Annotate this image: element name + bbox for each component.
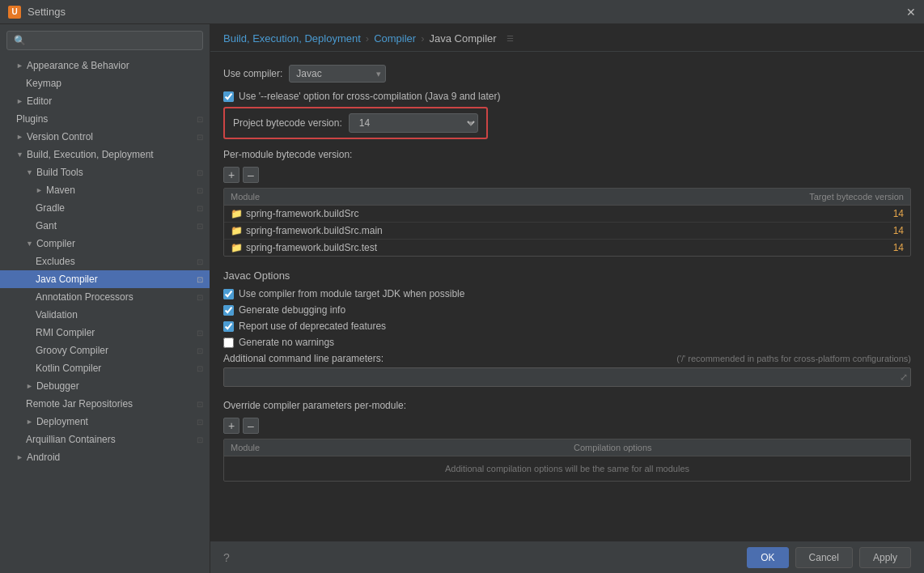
expand-icon: ► [26,382,33,390]
sidebar-item-kotlin-compiler[interactable]: Kotlin Compiler ⊡ [0,359,210,377]
sidebar-item-deployment[interactable]: ► Deployment ⊡ [0,413,210,431]
add-override-button[interactable]: + [223,418,239,434]
apply-button[interactable]: Apply [859,547,911,568]
table-row[interactable]: 📁 spring-framework.buildSrc.main 14 [224,223,910,240]
sidebar-item-validation[interactable]: Validation [0,306,210,324]
module-name: 📁 spring-framework.buildSrc.main [231,225,758,236]
bytecode-version-section: Project bytecode version: 14 11 8 [223,107,488,139]
add-module-button[interactable]: + [223,167,239,183]
additional-params-row: Additional command line parameters: ('/'… [223,353,911,364]
sidebar-item-label: RMI Compiler [36,327,95,338]
breadcrumb-sep-2: › [421,32,424,45]
sidebar-item-groovy-compiler[interactable]: Groovy Compiler ⊡ [0,342,210,359]
breadcrumb-part-2[interactable]: Compiler [374,32,416,45]
external-icon: ⊡ [197,168,203,177]
sidebar-item-android[interactable]: ► Android [0,448,210,466]
close-button[interactable]: ✕ [906,6,916,19]
folder-icon: 📁 [231,242,243,253]
sidebar-item-label: Deployment [36,416,88,427]
external-icon: ⊡ [197,222,203,231]
sidebar-item-label: Debugger [36,380,79,392]
expand-icon: ► [16,453,23,461]
javac-options-title: Javac Options [223,270,911,282]
sidebar-item-label: Excludes [36,256,75,267]
search-input[interactable] [6,31,203,50]
sidebar-item-appearance-behavior[interactable]: ► Appearance & Behavior [0,57,210,74]
override-comp-header: Compilation options [567,439,910,456]
sidebar-item-debugger[interactable]: ► Debugger [0,377,210,395]
ok-button[interactable]: OK [747,547,788,568]
release-option-label: Use '--release' option for cross-compila… [239,91,500,102]
sidebar-item-compiler[interactable]: ▼ Compiler [0,235,210,253]
action-buttons: OK Cancel Apply [747,547,911,568]
sidebar-item-gradle[interactable]: Gradle ⊡ [0,199,210,217]
javac-option-1-label: Generate debugging info [239,304,345,316]
compiler-select[interactable]: Javac [289,65,386,83]
sidebar-item-label: Version Control [27,131,93,142]
javac-option-0-label: Use compiler from module target JDK when… [239,288,464,299]
sidebar-item-label: Groovy Compiler [36,345,108,356]
additional-params-label: Additional command line parameters: [223,353,384,364]
sidebar-item-label: Keymap [26,78,61,89]
sidebar-item-label: Annotation Processors [36,291,134,303]
table-row[interactable]: 📁 spring-framework.buildSrc 14 [224,206,910,223]
sidebar-item-version-control[interactable]: ► Version Control ⊡ [0,128,210,146]
sidebar-item-label: Build, Execution, Deployment [27,149,154,160]
module-name: 📁 spring-framework.buildSrc.test [231,242,758,253]
sidebar-item-arquillian[interactable]: Arquillian Containers ⊡ [0,431,210,448]
breadcrumb-part-1[interactable]: Build, Execution, Deployment [223,32,361,45]
sidebar-item-label: Maven [46,185,75,196]
app-icon: U [8,6,21,19]
additional-params-input[interactable] [223,367,911,387]
javac-option-3-label: Generate no warnings [239,337,334,348]
module-name-text: spring-framework.buildSrc.test [246,242,377,253]
use-compiler-label: Use compiler: [223,68,282,79]
sidebar-item-java-compiler[interactable]: Java Compiler ⊡ [0,270,210,288]
module-name-text: spring-framework.buildSrc.main [246,225,383,236]
sidebar-item-remote-jar[interactable]: Remote Jar Repositories ⊡ [0,395,210,413]
module-col-header: Module [224,189,765,205]
sidebar-item-label: Android [27,452,60,463]
expand-button[interactable]: ⤢ [900,371,908,383]
sidebar-item-build-execution-deployment[interactable]: ▼ Build, Execution, Deployment [0,146,210,163]
sidebar-item-editor[interactable]: ► Editor [0,92,210,110]
sidebar-item-annotation-processors[interactable]: Annotation Processors ⊡ [0,288,210,306]
override-table: Module Compilation options Additional co… [223,439,911,482]
external-icon: ⊡ [197,293,203,302]
sidebar-item-excludes[interactable]: Excludes ⊡ [0,253,210,270]
sidebar-item-label: Editor [27,96,52,107]
bytecode-label: Project bytecode version: [233,117,342,129]
sidebar-item-gant[interactable]: Gant ⊡ [0,217,210,235]
sidebar-item-maven[interactable]: ► Maven ⊡ [0,181,210,199]
sidebar-item-label: Build Tools [36,167,83,178]
external-icon: ⊡ [197,186,203,195]
sidebar-item-label: Validation [36,309,78,320]
javac-option-2-checkbox[interactable] [223,321,234,332]
override-table-body: Additional compilation options will be t… [224,456,910,481]
sidebar-item-label: Appearance & Behavior [27,60,129,71]
javac-option-0-checkbox[interactable] [223,289,234,299]
version-col-header: Target bytecode version [765,189,910,205]
module-name-text: spring-framework.buildSrc [246,208,358,219]
release-option-checkbox[interactable] [223,91,234,102]
remove-override-button[interactable]: – [243,418,259,434]
help-icon[interactable]: ? [223,551,230,564]
external-icon: ⊡ [197,364,203,373]
remove-module-button[interactable]: – [243,167,259,183]
bytecode-select[interactable]: 14 11 8 [349,113,478,133]
table-row[interactable]: 📁 spring-framework.buildSrc.test 14 [224,240,910,256]
per-module-label: Per-module bytecode version: [223,149,911,160]
expand-icon: ▼ [16,151,23,159]
sidebar-item-rmi-compiler[interactable]: RMI Compiler ⊡ [0,324,210,342]
javac-option-2-label: Report use of deprecated features [239,320,386,332]
sidebar-item-keymap[interactable]: Keymap [0,74,210,92]
version-value: 14 [758,242,904,253]
cancel-button[interactable]: Cancel [795,547,853,568]
sidebar-item-plugins[interactable]: Plugins ⊡ [0,110,210,128]
breadcrumb-part-3: Java Compiler [430,32,497,45]
javac-option-3-checkbox[interactable] [223,337,234,348]
sidebar-item-build-tools[interactable]: ▼ Build Tools ⊡ [0,163,210,181]
version-value: 14 [758,208,904,219]
bottom-bar: ? OK Cancel Apply [210,541,924,573]
javac-option-1-checkbox[interactable] [223,305,234,316]
